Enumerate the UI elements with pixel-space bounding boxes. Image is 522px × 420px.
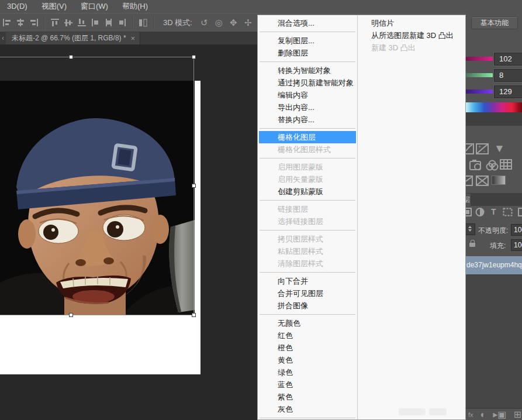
menu-item-link-layers: 链接图层 — [258, 203, 357, 215]
menu-item-duplicate-layer[interactable]: 复制图层... — [258, 35, 357, 47]
gradient-fill-icon[interactable] — [492, 175, 506, 185]
document-tab[interactable]: 未标题-2 @ 66.7% (图层 1, RGB/8) * × — [6, 32, 140, 44]
menu-item-red[interactable]: 红色 — [258, 329, 357, 342]
pixel-filter-icon[interactable] — [466, 208, 472, 216]
menu-item-orange[interactable]: 橙色 — [258, 342, 357, 354]
fill-value-input[interactable]: 100 — [511, 239, 522, 251]
layer-style-icon[interactable]: fx — [468, 411, 473, 418]
menu-item-enable-layer-mask: 启用图层蒙版 — [258, 161, 357, 173]
menu-item-flatten-image[interactable]: 拼合图像 — [258, 299, 357, 312]
blend-mode-dropdown[interactable] — [466, 223, 475, 235]
exposure-adjustment-icon[interactable]: +- — [476, 143, 489, 154]
distribute-right-icon[interactable] — [115, 17, 129, 29]
menu-item-edit-contents[interactable]: 编辑内容 — [258, 89, 357, 101]
menu-item-paste-layer-style: 粘贴图层样式 — [258, 245, 357, 257]
watermark-shape — [429, 408, 447, 415]
color-lookup-adjustment-icon[interactable] — [500, 159, 513, 170]
align-bottom-edges-icon[interactable] — [75, 17, 88, 29]
blue-value-input[interactable]: 129 — [494, 85, 522, 98]
blue-slider[interactable] — [466, 89, 493, 94]
menu-item-rasterize-layer[interactable]: 栅格化图层 — [259, 131, 356, 143]
selective-color-adjustment-icon[interactable] — [476, 175, 489, 186]
align-vertical-centers-icon[interactable] — [61, 17, 75, 29]
curves-adjustment-icon[interactable] — [466, 143, 474, 154]
type-filter-icon[interactable]: T — [491, 207, 496, 216]
submenu-item-new-3d-extrusion-from-layer[interactable]: 从所选图层新建 3D 凸出 — [358, 29, 465, 42]
menu-item-select-linked-layers: 选择链接图层 — [258, 215, 357, 228]
red-slider[interactable] — [466, 57, 493, 61]
lock-icon[interactable] — [469, 243, 475, 247]
smart-filter-icon[interactable] — [518, 208, 522, 216]
menu-view[interactable]: 视图(V) — [34, 0, 74, 13]
menu-item-convert-to-smart-object[interactable]: 转换为智能对象 — [258, 64, 357, 77]
toolbar-separator — [153, 16, 154, 29]
green-value-input[interactable]: 8 — [494, 69, 522, 82]
align-top-edges-icon[interactable] — [48, 17, 61, 29]
hue-saturation-adjustment-icon[interactable] — [485, 159, 499, 171]
3d-roll-icon[interactable]: ◎ — [212, 18, 226, 28]
green-slider[interactable] — [466, 73, 493, 77]
transform-handle-bottom-center[interactable] — [69, 313, 73, 317]
svg-text:-: - — [483, 148, 485, 154]
menu-item-blue[interactable]: 蓝色 — [258, 378, 357, 391]
menu-help[interactable]: 帮助(H) — [115, 0, 155, 13]
toolbar-separator — [44, 16, 44, 29]
color-spectrum-ramp[interactable] — [466, 102, 522, 112]
layers-empty-area[interactable] — [466, 274, 522, 408]
new-layer-icon[interactable]: ⊞ — [513, 409, 521, 420]
photo-filter-adjustment-icon[interactable] — [469, 159, 483, 171]
menu-item-green[interactable]: 绿色 — [258, 366, 357, 378]
tab-scroll-left-icon[interactable]: ‹ — [0, 32, 6, 44]
menu-separator — [260, 128, 355, 129]
3d-slide-icon[interactable]: ✢ — [241, 18, 255, 28]
menu-3d[interactable]: 3D(D) — [0, 0, 34, 13]
menu-separator — [260, 230, 355, 230]
distribute-widths-icon[interactable] — [136, 17, 150, 29]
menu-item-gray[interactable]: 灰色 — [258, 403, 357, 415]
menu-item-merge-visible[interactable]: 合并可见图层 — [258, 287, 357, 299]
menu-item-export-contents[interactable]: 导出内容... — [258, 101, 357, 113]
menu-item-yellow[interactable]: 黄色 — [258, 354, 357, 366]
transform-handle-top-center[interactable] — [69, 55, 73, 59]
photo-layer[interactable] — [0, 81, 195, 315]
svg-text:+: + — [478, 144, 481, 150]
adjustment-layer-icon[interactable]: ◐ — [480, 409, 486, 420]
transform-handle-top-right[interactable] — [192, 55, 196, 59]
menu-item-create-clipping-mask[interactable]: 创建剪贴蒙版 — [258, 185, 357, 198]
selected-layer-row[interactable]: de37jw1eupm4hqu. — [466, 256, 522, 274]
shape-filter-icon[interactable] — [503, 208, 513, 216]
opacity-label: 不透明度: — [478, 226, 508, 236]
adjustment-filter-icon[interactable] — [475, 208, 485, 216]
transform-top-edge[interactable] — [0, 57, 195, 57]
menu-item-no-color[interactable]: 无颜色 — [258, 317, 357, 329]
gradient-map-adjustment-icon[interactable] — [466, 175, 473, 186]
red-value-input[interactable]: 102 — [494, 53, 522, 66]
invert-adjustment-icon[interactable]: ▼ — [494, 142, 505, 155]
menu-item-blending-options[interactable]: 混合选项... — [258, 17, 357, 29]
transform-handle-bottom-right[interactable] — [192, 313, 196, 317]
align-right-edges-icon[interactable] — [27, 17, 40, 29]
submenu-item-postcard[interactable]: 明信片 — [358, 17, 465, 29]
menu-item-new-smart-object-via-copy[interactable]: 通过拷贝新建智能对象 — [258, 77, 357, 89]
menu-item-delete-layer[interactable]: 删除图层 — [258, 47, 357, 59]
menu-window[interactable]: 窗口(W) — [74, 0, 115, 13]
menu-item-merge-down[interactable]: 向下合并 — [258, 275, 357, 287]
workspace-button[interactable]: 基本功能 — [471, 16, 518, 29]
new-group-icon[interactable]: ▸▣ — [493, 409, 506, 420]
3d-orbit-icon[interactable]: ↺ — [197, 18, 212, 28]
distribute-left-icon[interactable] — [88, 17, 102, 29]
opacity-value-input[interactable]: 100 — [511, 224, 522, 236]
menu-item-replace-contents[interactable]: 替换内容... — [258, 113, 357, 126]
layers-tab-fragment[interactable]: 层 — [466, 194, 471, 206]
menu-item-enable-vector-mask: 启用矢量蒙版 — [258, 173, 357, 185]
align-horizontal-centers-icon[interactable] — [13, 17, 27, 29]
transform-bottom-edge[interactable] — [0, 315, 195, 315]
align-left-edges-icon[interactable] — [0, 17, 13, 29]
tab-close-icon[interactable]: × — [131, 34, 136, 43]
3d-pan-icon[interactable]: ✥ — [226, 18, 241, 28]
menu-item-violet[interactable]: 紫色 — [258, 391, 357, 403]
transform-handle-right-middle[interactable] — [192, 184, 196, 188]
distribute-center-icon[interactable] — [102, 17, 115, 29]
menu-item-copy-layer-style: 拷贝图层样式 — [258, 233, 357, 245]
watermark-shape — [399, 408, 426, 415]
